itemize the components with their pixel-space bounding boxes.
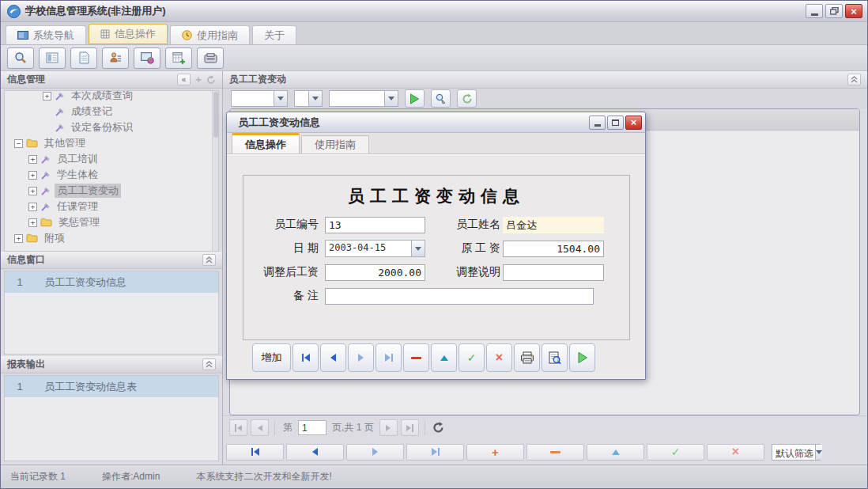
tab-info-operation[interactable]: 信息操作	[89, 24, 168, 44]
table-add-button[interactable]	[165, 47, 192, 69]
user-settings-button[interactable]	[102, 47, 129, 69]
filter-operator-select[interactable]	[294, 90, 323, 107]
print-preview-button[interactable]	[542, 343, 568, 372]
report-output-item[interactable]: 1 员工工资变动信息表	[5, 376, 218, 397]
expand-icon[interactable]	[28, 203, 37, 211]
tree-item-score-register[interactable]: 成绩登记	[5, 104, 218, 119]
edit-button[interactable]	[431, 343, 457, 372]
expand-icon[interactable]	[43, 92, 51, 100]
tab-label: 使用指南	[197, 28, 238, 43]
triangle-up-icon	[440, 355, 448, 361]
tree-item-appendix[interactable]: 附项	[5, 230, 218, 246]
dialog-minimize-button[interactable]	[589, 116, 606, 130]
orig-salary-input[interactable]	[503, 241, 604, 257]
dialog-maximize-button[interactable]	[607, 116, 624, 130]
filter-preset-select[interactable]: 默认筛选	[772, 444, 821, 461]
salary-change-dialog: 员工工资变动信息 信息操作 使用指南 员工工资变动信息 员工编号 员工姓名 吕金…	[226, 112, 646, 380]
tree-item-salary-change[interactable]: 员工工资变动	[5, 183, 218, 199]
adj-note-input[interactable]	[503, 264, 604, 281]
record-post-button[interactable]	[647, 444, 704, 461]
collapse-sidebar-button[interactable]: «	[177, 74, 191, 85]
record-first-button[interactable]	[226, 444, 284, 461]
page-last-button[interactable]	[401, 419, 419, 436]
date-select[interactable]: 2003-04-15	[325, 240, 425, 257]
display-button[interactable]	[134, 47, 160, 69]
card-file-button[interactable]	[197, 47, 224, 69]
dialog-tab-user-guide[interactable]: 使用指南	[301, 135, 369, 154]
tree-item-reward-punish[interactable]: 奖惩管理	[5, 214, 218, 230]
collapse-icon[interactable]	[14, 139, 23, 148]
run-button[interactable]	[569, 343, 595, 372]
minimize-button[interactable]	[806, 4, 823, 18]
report-output-header: 报表输出	[1, 356, 222, 373]
expand-icon[interactable]	[28, 155, 37, 164]
cancel-button[interactable]	[486, 343, 512, 372]
collapse-panel-button[interactable]	[202, 358, 216, 370]
record-cancel-button[interactable]	[707, 444, 764, 461]
nav-first-button[interactable]	[292, 343, 319, 372]
remark-input[interactable]	[325, 288, 594, 305]
emp-name-label: 员工姓名	[441, 218, 500, 232]
filter-value-select[interactable]	[329, 90, 398, 107]
nav-next-button[interactable]	[348, 343, 374, 372]
delete-button[interactable]	[403, 343, 429, 372]
wand-icon	[40, 186, 51, 196]
record-edit-button[interactable]	[587, 444, 644, 461]
record-delete-button[interactable]	[526, 444, 584, 461]
monitor-icon	[17, 31, 28, 40]
page-prev-button[interactable]	[251, 419, 269, 436]
tree-scrollbar[interactable]	[212, 91, 218, 251]
x-icon	[496, 351, 503, 365]
adj-salary-input[interactable]	[325, 264, 425, 281]
tab-system-nav[interactable]: 系统导航	[6, 25, 86, 44]
print-button[interactable]	[514, 343, 540, 372]
expand-icon[interactable]	[14, 234, 23, 243]
tree-item-score-query[interactable]: 本次成绩查询	[5, 90, 218, 104]
expand-icon[interactable]	[28, 218, 37, 227]
collapse-main-panel-button[interactable]	[847, 74, 861, 85]
tree-item-staff-training[interactable]: 员工培训	[5, 151, 218, 167]
add-node-icon[interactable]: ＋	[194, 73, 203, 86]
record-last-button[interactable]	[406, 444, 464, 461]
emp-id-input[interactable]	[325, 217, 425, 233]
dialog-title: 员工工资变动信息	[238, 116, 587, 130]
print-preview-icon	[548, 351, 561, 365]
run-filter-button[interactable]	[405, 89, 425, 108]
page-next-button[interactable]	[379, 419, 398, 436]
minus-icon	[411, 357, 421, 359]
tree-item-backup-flag[interactable]: 设定备份标识	[5, 119, 218, 135]
edit-filter-button[interactable]	[431, 89, 451, 108]
nav-prev-button[interactable]	[320, 343, 346, 372]
post-button[interactable]	[459, 343, 485, 372]
dialog-tab-info-operation[interactable]: 信息操作	[232, 133, 300, 154]
expand-icon[interactable]	[28, 187, 37, 195]
expand-icon[interactable]	[28, 171, 37, 180]
page-number-input[interactable]	[298, 420, 326, 435]
add-button[interactable]: 增加	[252, 343, 291, 372]
refresh-tree-icon[interactable]	[206, 75, 216, 85]
refresh-button[interactable]	[457, 89, 477, 108]
record-next-button[interactable]	[346, 444, 404, 461]
page-refresh-icon[interactable]	[432, 422, 444, 434]
record-insert-button[interactable]: +	[466, 444, 524, 461]
restore-button[interactable]	[825, 4, 843, 18]
nav-last-button[interactable]	[376, 343, 402, 372]
emp-name-field: 吕金达	[503, 217, 604, 233]
dialog-close-button[interactable]	[625, 116, 642, 130]
tab-about[interactable]: 关于	[252, 25, 296, 44]
info-mgmt-header: 信息管理 « ＋	[1, 71, 222, 89]
tree-item-other-mgmt[interactable]: 其他管理	[5, 135, 218, 151]
filter-field-select[interactable]	[231, 90, 288, 107]
record-prev-button[interactable]	[286, 444, 344, 461]
collapse-panel-button[interactable]	[202, 254, 216, 266]
tree-item-student-physical[interactable]: 学生体检	[5, 167, 218, 183]
page-first-button[interactable]	[229, 419, 247, 436]
close-button[interactable]	[845, 4, 862, 18]
tree-item-course-mgmt[interactable]: 任课管理	[5, 199, 218, 214]
form-view-button[interactable]	[39, 47, 66, 69]
dialog-toolbar: 增加	[252, 343, 595, 372]
search-button[interactable]	[7, 47, 34, 69]
info-window-item[interactable]: 1 员工工资变动信息	[5, 271, 218, 293]
tab-user-guide[interactable]: 使用指南	[170, 25, 250, 44]
document-button[interactable]	[70, 47, 97, 69]
